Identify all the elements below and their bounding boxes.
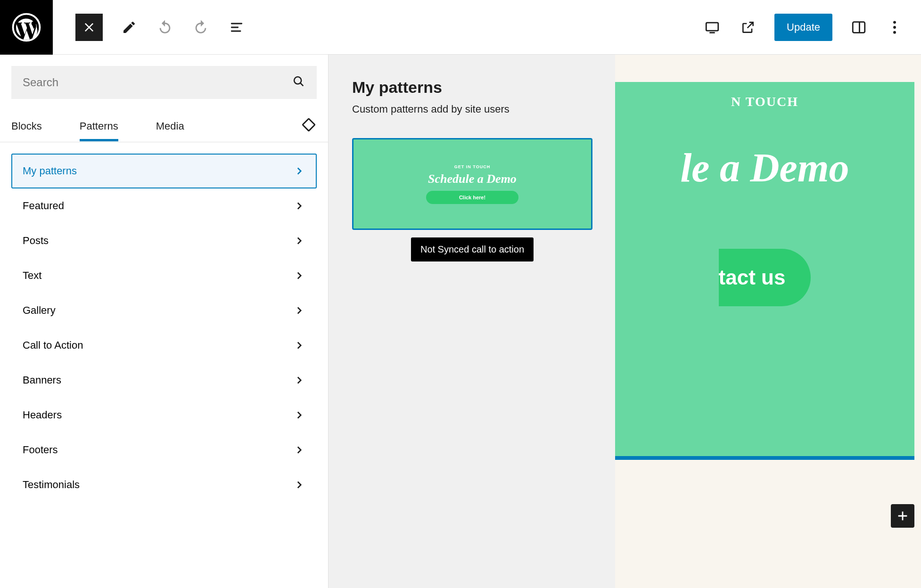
chevron-right-icon [293,444,305,456]
category-label: Headers [23,409,62,421]
category-label: Posts [23,235,49,247]
chevron-right-icon [293,270,305,282]
pattern-preview-card[interactable]: GET IN TOUCH Schedule a Demo Click here!… [352,138,592,230]
tab-blocks[interactable]: Blocks [11,112,42,141]
cta-kicker[interactable]: N TOUCH [731,94,798,109]
pattern-category-list: My patterns Featured Posts Text Gallery … [0,142,328,502]
options-menu-icon[interactable] [885,18,904,37]
preview-button: Click here! [426,191,518,204]
sidebar-toggle-icon[interactable] [849,18,868,37]
preview-title: Schedule a Demo [428,172,517,186]
cta-button[interactable]: tact us [719,249,811,306]
category-label: Banners [23,374,61,386]
panel-subtitle: Custom patterns add by site users [352,103,592,115]
category-label: Text [23,270,41,282]
category-label: Footers [23,444,58,456]
category-label: Gallery [23,304,56,317]
chevron-right-icon [293,479,305,491]
svg-point-4 [893,26,896,29]
svg-point-5 [893,31,896,33]
chevron-right-icon [293,374,305,386]
cta-block[interactable]: N TOUCH le a Demo tact us [615,82,914,460]
chevron-right-icon [293,339,305,351]
category-label: Call to Action [23,339,83,351]
editor-canvas[interactable]: N TOUCH le a Demo tact us [615,55,921,588]
category-footers[interactable]: Footers [11,433,317,467]
search-icon [292,75,305,90]
category-text[interactable]: Text [11,258,317,293]
cta-title[interactable]: le a Demo [680,144,849,191]
inserter-tabs: Blocks Patterns Media [0,110,328,142]
category-call-to-action[interactable]: Call to Action [11,328,317,363]
svg-point-3 [893,21,896,24]
category-gallery[interactable]: Gallery [11,293,317,328]
view-icon[interactable] [703,18,722,37]
document-overview-icon[interactable] [227,18,246,37]
chevron-right-icon [293,165,305,177]
preview-kicker: GET IN TOUCH [454,164,490,169]
top-left-tools [53,14,246,41]
svg-rect-1 [706,23,718,31]
block-inserter-panel: Blocks Patterns Media My patterns Featur… [0,55,329,588]
category-featured[interactable]: Featured [11,188,317,223]
chevron-right-icon [293,304,305,317]
category-label: Featured [23,200,64,212]
explore-patterns-icon[interactable] [301,117,317,135]
update-button[interactable]: Update [774,14,832,41]
category-testimonials[interactable]: Testimonials [11,467,317,502]
category-banners[interactable]: Banners [11,363,317,398]
search-input[interactable] [23,76,292,89]
panel-title: My patterns [352,78,592,97]
category-headers[interactable]: Headers [11,398,317,433]
svg-rect-7 [303,118,315,131]
tab-patterns[interactable]: Patterns [80,112,118,141]
top-right-tools: Update [703,14,921,41]
editor-top-bar: Update [0,0,921,55]
external-link-icon[interactable] [739,18,757,37]
edit-tool-icon[interactable] [120,18,139,37]
undo-icon [156,18,174,37]
add-block-button[interactable] [891,504,914,528]
chevron-right-icon [293,235,305,247]
chevron-right-icon [293,200,305,212]
category-label: Testimonials [23,479,80,491]
category-posts[interactable]: Posts [11,223,317,258]
tab-media[interactable]: Media [156,112,184,141]
search-box [11,66,317,99]
category-my-patterns[interactable]: My patterns [11,154,317,188]
cta-button-wrap: tact us [719,249,811,306]
pattern-tooltip: Not Synced call to action [411,237,534,261]
patterns-preview-panel: My patterns Custom patterns add by site … [329,55,615,588]
close-inserter-button[interactable] [75,14,103,41]
svg-point-6 [294,77,301,84]
chevron-right-icon [293,409,305,421]
category-label: My patterns [23,165,77,177]
redo-icon [191,18,210,37]
wordpress-logo[interactable] [0,0,53,55]
